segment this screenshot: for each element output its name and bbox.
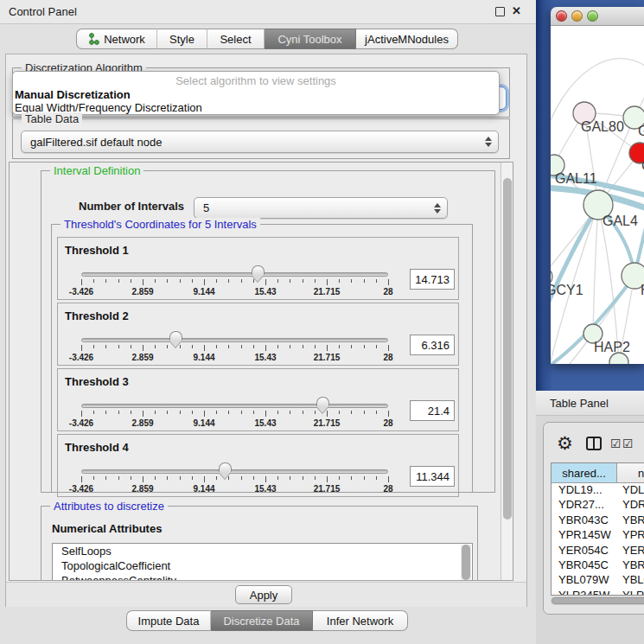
table-row[interactable]: YDL19...YDL1 [552, 483, 644, 498]
float-window-icon[interactable] [495, 7, 505, 16]
cell-shared-name: YPR145W [558, 528, 611, 541]
tab-discretize-data-label: Discretize Data [223, 615, 299, 628]
network-view[interactable]: GAL80GCGAL11GAL4GCY1HHAP2 [551, 26, 644, 364]
slider-tick-labels: -3.4262.8599.14415.4321.71528 [81, 418, 388, 429]
table-row[interactable]: YPR145WYPR1 [552, 528, 644, 543]
select-all-checkbox-icon[interactable]: ☑ [610, 437, 622, 450]
numerical-attributes-list: SelfLoopsTopologicalCoefficientBetweenne… [52, 543, 473, 581]
network-window-titlebar[interactable] [551, 7, 644, 26]
threshold-label: Threshold 2 [65, 309, 129, 322]
popup-option-manual-discretization[interactable]: Manual Discretization [15, 88, 131, 101]
cell-shared-name: YDL19... [558, 483, 603, 496]
tab-impute-data[interactable]: Impute Data [126, 610, 211, 631]
column-header-name[interactable]: name [617, 463, 644, 483]
table-row[interactable]: YBL079WYBL0 [552, 573, 644, 588]
table-row[interactable]: YBR045CYBR0 [552, 558, 644, 573]
tab-network[interactable]: Network [76, 29, 157, 49]
threshold-slider-handle[interactable] [252, 265, 265, 275]
tab-impute-data-label: Impute Data [138, 615, 200, 628]
threshold-slider-track[interactable] [81, 469, 388, 474]
threshold-slider-track[interactable] [81, 338, 388, 342]
numerical-attributes-label: Numerical Attributes [52, 522, 162, 535]
threshold-slider-track[interactable] [81, 272, 388, 277]
threshold-value-field[interactable]: 21.4 [410, 400, 455, 421]
thresholds-coordinates-group: Threshold's Coordinates for 5 Intervals … [51, 224, 473, 493]
threshold-1-panel: Threshold 1-3.4262.8599.14415.4321.71528… [57, 237, 459, 300]
split-columns-icon[interactable] [586, 437, 602, 450]
threshold-2-panel: Threshold 2-3.4262.8599.14415.4321.71528… [57, 303, 459, 366]
table-horizontal-scrollbar-thumb[interactable] [552, 597, 644, 604]
combo-stepper-icon [434, 203, 441, 214]
network-edge[interactable] [551, 362, 619, 364]
close-icon[interactable]: ✕ [512, 4, 521, 17]
slider-tick-labels: -3.4262.8599.14415.4321.71528 [81, 353, 388, 363]
node-table: shared... name YDL19...YDL1YDR27...YDR2Y… [551, 462, 644, 596]
threshold-slider-handle[interactable] [169, 331, 182, 341]
attribute-item[interactable]: TopologicalCoefficient [53, 558, 472, 573]
node-label-GAL80: GAL80 [581, 119, 624, 134]
tab-jactivemnodules[interactable]: jActiveMNodules [356, 29, 458, 49]
minimize-traffic-light-icon[interactable] [571, 10, 583, 22]
network-edge[interactable] [593, 205, 598, 334]
table-data-combobox[interactable]: galFiltered.sif default node [21, 131, 499, 153]
algorithm-dropdown-popup: Select algorithm to view settings Manual… [12, 71, 500, 115]
slider-tick-labels: -3.4262.8599.14415.4321.71528 [81, 484, 388, 494]
attribute-item[interactable]: BetweennessCentrality [53, 573, 472, 581]
attributes-to-discretize-label: Attributes to discretize [50, 500, 168, 513]
threshold-value-field[interactable]: 6.316 [410, 335, 455, 355]
cell-name: YDR2 [622, 498, 644, 511]
tab-style[interactable]: Style [157, 29, 207, 49]
control-panel-header: Control Panel ✕ [0, 0, 536, 24]
cell-name: YLR3 [622, 589, 644, 596]
threshold-slider-track[interactable] [81, 404, 388, 408]
threshold-label: Threshold 4 [65, 441, 129, 454]
cell-name: YBR0 [622, 558, 644, 571]
threshold-value-field[interactable]: 14.713 [410, 269, 455, 290]
cell-shared-name: YLR345W [558, 589, 609, 596]
node-label-GAL3: G [638, 124, 644, 138]
control-panel: Control Panel ✕ Network Style Select Cyn… [0, 0, 536, 644]
cell-name: YER0 [622, 544, 644, 557]
number-of-intervals-combobox[interactable]: 5 [194, 197, 448, 219]
attributes-scrollbar-thumb[interactable] [462, 545, 470, 580]
tab-select[interactable]: Select [207, 29, 265, 49]
tab-jactivemnodules-label: jActiveMNodules [365, 33, 449, 46]
node-label-GCY1: GCY1 [551, 283, 583, 297]
threshold-value-field[interactable]: 11.344 [410, 466, 455, 487]
gear-icon[interactable]: ⚙ [557, 433, 573, 454]
tab-discretize-data[interactable]: Discretize Data [211, 610, 313, 631]
cell-name: YBL0 [622, 573, 644, 586]
settings-scrollbar-thumb[interactable] [503, 178, 512, 520]
table-row[interactable]: YER054CYER0 [552, 544, 644, 558]
table-row[interactable]: YDR27...YDR2 [552, 498, 644, 513]
apply-button[interactable]: Apply [235, 585, 292, 604]
cell-shared-name: YBL079W [558, 573, 609, 586]
close-traffic-light-icon[interactable] [556, 10, 567, 22]
table-row[interactable]: YLR345WYLR3 [552, 589, 644, 596]
threshold-4-panel: Threshold 4-3.4262.8599.14415.4321.71528… [57, 434, 459, 497]
deselect-all-checkbox-icon[interactable]: ☑ [622, 437, 634, 450]
algorithm-popup-hint: Select algorithm to view settings [13, 74, 499, 87]
attributes-scrollbar[interactable] [461, 545, 471, 580]
combo-stepper-icon [485, 137, 492, 147]
attributes-to-discretize-group: Attributes to discretize Numerical Attri… [41, 506, 478, 581]
threshold-slider-handle[interactable] [219, 462, 232, 472]
settings-scrollbar[interactable] [501, 163, 513, 580]
table-row[interactable]: YBR043CYBR0 [552, 513, 644, 528]
zoom-traffic-light-icon[interactable] [587, 10, 598, 22]
bottom-tab-bar: Impute Data Discretize Data Infer Networ… [126, 610, 408, 631]
tab-cyni-toolbox[interactable]: Cyni Toolbox [265, 29, 356, 49]
tab-infer-network[interactable]: Infer Network [313, 610, 408, 631]
cell-name: YPR1 [622, 528, 644, 541]
table-rows: YDL19...YDL1YDR27...YDR2YBR043CYBR0YPR14… [552, 483, 644, 596]
slider-ticks [81, 476, 388, 483]
threshold-slider-handle[interactable] [316, 397, 329, 406]
table-panel-header: Table Panel [536, 391, 644, 416]
column-header-shared-name[interactable]: shared... [552, 463, 617, 483]
network-canvas[interactable]: GAL80GCGAL11GAL4GCY1HHAP2 [551, 26, 644, 364]
interval-definition-label: Interval Definition [50, 164, 143, 177]
attribute-item[interactable]: SelfLoops [53, 544, 472, 558]
tab-select-label: Select [220, 33, 251, 46]
table-horizontal-scrollbar[interactable] [551, 596, 644, 605]
tab-cyni-toolbox-label: Cyni Toolbox [277, 33, 341, 46]
